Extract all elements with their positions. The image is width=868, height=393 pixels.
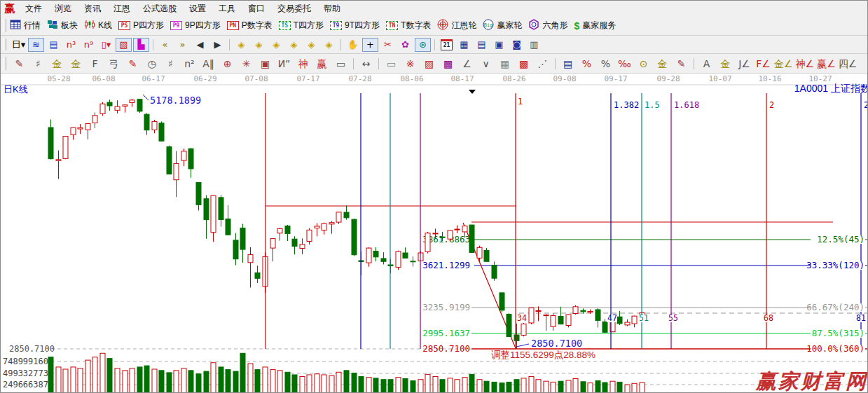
si-angle-button[interactable]: 四∠: [838, 56, 858, 71]
percent-red-button[interactable]: %: [578, 56, 595, 71]
radiate-square-button[interactable]: ▩: [439, 56, 457, 71]
toolbar-grip[interactable]: [3, 19, 6, 32]
grid-comb-button[interactable]: ♯: [29, 56, 47, 71]
f-angle-button[interactable]: F∠: [755, 56, 772, 71]
n-square-button[interactable]: n²: [181, 56, 198, 71]
ying-tool-button[interactable]: 赢: [313, 56, 331, 71]
kline-chart-canvas[interactable]: 05-2806-0806-1706-2907-0807-1707-2808-06…: [1, 74, 868, 393]
gold-circle-button[interactable]: ⊙: [635, 56, 652, 71]
scale-diamond-3-button[interactable]: ◈: [268, 38, 284, 52]
gann-wheel-button[interactable]: 江恩轮: [437, 19, 476, 32]
pan-hand-button[interactable]: ✋: [345, 38, 361, 52]
scale-diamond-6-button[interactable]: ◈: [321, 38, 337, 52]
save-web-button[interactable]: ◙: [509, 38, 525, 52]
save-button[interactable]: ▣: [491, 38, 507, 52]
notes-button[interactable]: ▤: [474, 38, 490, 52]
gold-underline-button[interactable]: 金: [654, 56, 671, 71]
radiate-box-button[interactable]: ▨: [420, 56, 438, 71]
draw-pen-button[interactable]: ✎: [11, 56, 28, 71]
angle-quote-button[interactable]: И”: [275, 56, 293, 71]
menu-item-4[interactable]: 公式选股: [137, 3, 183, 15]
j-angle-button[interactable]: J∠: [736, 56, 753, 71]
toolbar-grip[interactable]: [3, 39, 6, 51]
scale-diamond-4-button[interactable]: ◈: [286, 38, 302, 52]
crosshair-button[interactable]: +: [362, 38, 378, 52]
a-divider-button[interactable]: A‖: [200, 56, 217, 71]
menu-item-0[interactable]: 文件: [19, 3, 48, 15]
kline-button[interactable]: K线: [84, 20, 112, 32]
winner-wheel-button[interactable]: Big赢家轮: [483, 19, 522, 32]
p-square-button[interactable]: PSP四方形: [118, 20, 164, 32]
parallel-lines-button[interactable]: ⋰: [534, 56, 551, 71]
sector-blocks-button[interactable]: 板块: [47, 20, 78, 32]
clock-tool-button[interactable]: ◷: [143, 56, 160, 71]
jump-last-button[interactable]: »: [174, 38, 191, 52]
print-button[interactable]: ▥: [526, 38, 542, 52]
pen-red-2-button[interactable]: ✎: [673, 56, 690, 71]
toolbar-grip[interactable]: [3, 57, 6, 70]
gold-angle-button[interactable]: 金∠: [773, 56, 794, 71]
pattern-map-button[interactable]: ▧: [116, 38, 132, 52]
gold-grid-1-button[interactable]: 金: [48, 56, 66, 71]
list-percent-button[interactable]: ▤: [559, 56, 577, 71]
scale-diamond-1-button[interactable]: ◈: [233, 38, 249, 52]
t-number-table-button[interactable]: TNT数字表: [386, 20, 431, 32]
comb-grid-button[interactable]: ♯: [162, 56, 179, 71]
menu-item-3[interactable]: 江恩: [107, 3, 137, 15]
ying-angle-button[interactable]: 赢∠: [816, 56, 836, 71]
candle-body: [196, 183, 201, 205]
v-wave-button[interactable]: ∨: [477, 56, 495, 71]
box-tool-button[interactable]: ▭: [383, 56, 400, 71]
f-grid-button[interactable]: F: [86, 56, 104, 71]
percent-button[interactable]: %: [597, 56, 614, 71]
gann-circle-button[interactable]: ⊕: [219, 56, 236, 71]
t-square-button[interactable]: TST四方形: [279, 20, 324, 32]
angle-lines-button[interactable]: ∠: [458, 56, 476, 71]
gann-square-button[interactable]: ▣: [256, 56, 274, 71]
a-wave-button[interactable]: A: [698, 56, 715, 71]
color-histogram-button[interactable]: ▙: [133, 38, 149, 52]
jump-first-button[interactable]: «: [157, 38, 173, 52]
menu-item-6[interactable]: 工具: [212, 3, 242, 15]
span-arrow-button[interactable]: ↔: [357, 56, 375, 71]
candle-style-dropdown-button[interactable]: ▯▾: [98, 38, 114, 52]
gann-star-button[interactable]: ✳: [237, 56, 255, 71]
gann-flower-button[interactable]: ✿: [397, 38, 413, 52]
winner-service-button[interactable]: $赢家服务: [574, 20, 616, 32]
n3-wave-button[interactable]: n³: [63, 38, 79, 52]
ruler-123-button[interactable]: ▭: [332, 56, 350, 71]
radiate-fan-button[interactable]: ※: [401, 56, 419, 71]
step-back-button[interactable]: ◀: [192, 38, 208, 52]
hexagon-button[interactable]: 六角形: [528, 19, 567, 32]
step-forward-button[interactable]: ▶: [209, 38, 226, 52]
menu-item-9[interactable]: 帮助: [317, 3, 347, 15]
calculator-button[interactable]: ▦: [456, 38, 472, 52]
p-number-table-button[interactable]: PNP数字表: [227, 20, 273, 32]
menu-item-2[interactable]: 资讯: [78, 3, 107, 15]
gold-wave-button[interactable]: 金: [717, 56, 734, 71]
bow-tool-button[interactable]: 弓: [105, 56, 123, 71]
wave-brain-button[interactable]: ⊛: [415, 38, 431, 52]
zigzag-overlay-button[interactable]: ≋: [28, 38, 44, 52]
scale-diamond-5-button[interactable]: ◈: [303, 38, 319, 52]
grid-dark-button[interactable]: ▦: [496, 56, 514, 71]
gold-grid-2-button[interactable]: 金: [67, 56, 85, 71]
shen-tool-button[interactable]: 神: [294, 56, 312, 71]
market-quotes-button[interactable]: 行情: [10, 20, 41, 32]
cut-angle-button[interactable]: ✂: [380, 38, 396, 52]
menu-item-8[interactable]: 交易委托: [271, 3, 317, 15]
menu-item-7[interactable]: 窗口: [242, 3, 271, 15]
scale-diamond-2-button[interactable]: ◈: [251, 38, 267, 52]
9t-square-button[interactable]: T99T四方形: [330, 20, 380, 32]
menu-item-5[interactable]: 设置: [183, 3, 212, 15]
9p-square-button[interactable]: P99P四方形: [170, 20, 221, 32]
permille-button[interactable]: ‰: [616, 56, 633, 71]
shen-angle-button[interactable]: 神∠: [795, 56, 815, 71]
info-doc-button[interactable]: ▤: [46, 38, 62, 52]
grid-red-button[interactable]: ▩: [515, 56, 532, 71]
red-pen-button[interactable]: ✎: [124, 56, 142, 71]
n9-wave-button[interactable]: n⁹: [81, 38, 97, 52]
menu-item-1[interactable]: 浏览: [48, 3, 78, 15]
calendar-button[interactable]: 21: [439, 38, 455, 52]
period-daily-dropdown-button[interactable]: 日▾: [11, 38, 27, 52]
